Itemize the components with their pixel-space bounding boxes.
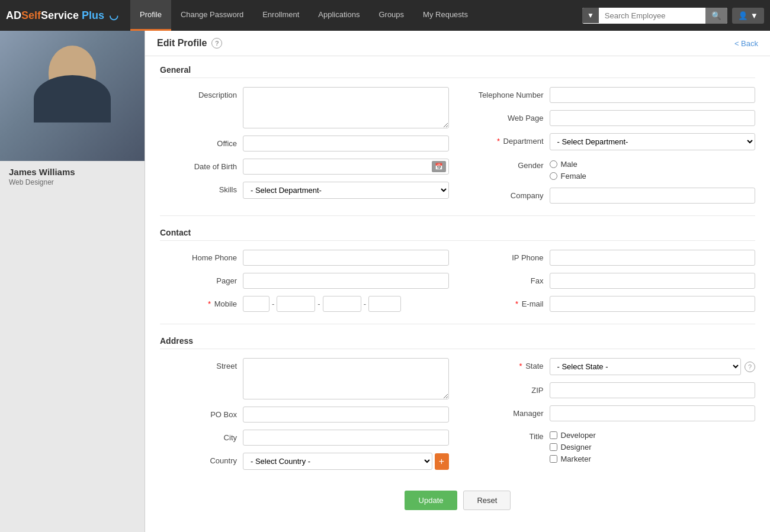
gender-female-radio[interactable]: [550, 172, 557, 180]
address-section: Address Street PO Box: [145, 327, 770, 479]
home-phone-input[interactable]: [243, 250, 449, 266]
state-label: * State: [467, 358, 544, 370]
title-developer-label: Developer: [561, 431, 596, 440]
gender-male-option[interactable]: Male: [550, 160, 586, 169]
mobile-label: * Mobile: [160, 296, 237, 308]
tab-profile[interactable]: Profile: [130, 0, 171, 31]
title-row: Title Developer Designer: [467, 428, 756, 463]
office-input[interactable]: [243, 136, 449, 151]
content-area: Edit Profile ? < Back General Descriptio…: [145, 31, 770, 532]
general-right-col: Telephone Number Web Page *: [467, 87, 756, 204]
mobile-part3-input[interactable]: [323, 296, 361, 312]
help-icon[interactable]: ?: [211, 38, 222, 49]
webpage-input[interactable]: [550, 110, 756, 126]
state-required-star: *: [519, 362, 522, 370]
po-box-input[interactable]: [243, 407, 449, 423]
zip-input[interactable]: [550, 382, 756, 398]
gender-male-radio[interactable]: [550, 160, 557, 168]
pager-row: Pager: [160, 273, 449, 289]
email-input[interactable]: [550, 296, 756, 312]
webpage-row: Web Page: [467, 110, 756, 126]
mobile-required-star: *: [208, 299, 211, 308]
telephone-input[interactable]: [550, 87, 756, 103]
country-label: Country: [160, 453, 237, 465]
gender-radio-group: Male Female: [550, 157, 586, 180]
fax-label: Fax: [467, 273, 544, 285]
mobile-part2-input[interactable]: [277, 296, 315, 312]
state-help-icon[interactable]: ?: [745, 362, 755, 372]
user-photo: [0, 31, 145, 161]
user-avatar-icon: 👤: [738, 11, 748, 20]
title-marketer-option[interactable]: Marketer: [550, 454, 596, 463]
tab-my-requests[interactable]: My Requests: [413, 0, 477, 31]
skills-select[interactable]: - Select Department- JavaScript Python D…: [243, 182, 449, 199]
search-button[interactable]: 🔍: [705, 8, 727, 24]
description-input[interactable]: [243, 87, 449, 128]
title-designer-option[interactable]: Designer: [550, 443, 596, 452]
city-input[interactable]: [243, 430, 449, 446]
address-right-col: * State - Select State - California New …: [467, 358, 756, 470]
title-developer-option[interactable]: Developer: [550, 431, 596, 440]
department-required-star: *: [497, 137, 500, 146]
mobile-part1-input[interactable]: [243, 296, 270, 312]
dob-label: Date of Birth: [160, 159, 237, 171]
update-button[interactable]: Update: [405, 491, 458, 510]
back-button[interactable]: < Back: [734, 39, 758, 48]
add-country-button[interactable]: +: [435, 453, 449, 470]
title-checkbox-group: Developer Designer Marketer: [550, 428, 596, 463]
description-label: Description: [160, 87, 237, 99]
calendar-icon[interactable]: 📅: [432, 161, 446, 172]
search-input[interactable]: [599, 8, 705, 24]
manager-label: Manager: [467, 405, 544, 418]
street-row: Street: [160, 358, 449, 399]
general-form-grid: Description Office Date of Birth: [160, 87, 755, 204]
pager-label: Pager: [160, 273, 237, 285]
country-select[interactable]: - Select Country - United States United …: [243, 453, 432, 470]
home-phone-label: Home Phone: [160, 250, 237, 262]
department-select[interactable]: - Select Department- HR IT Finance Marke…: [550, 133, 756, 150]
street-label: Street: [160, 358, 237, 370]
reset-button[interactable]: Reset: [463, 491, 511, 510]
tab-change-password[interactable]: Change Password: [171, 0, 253, 31]
section-divider-1: [160, 215, 755, 216]
tab-applications[interactable]: Applications: [309, 0, 369, 31]
search-dropdown-btn[interactable]: ▼: [582, 8, 599, 23]
ip-phone-input[interactable]: [550, 250, 756, 266]
title-designer-checkbox[interactable]: [550, 443, 557, 451]
street-input[interactable]: [243, 358, 449, 399]
company-row: Company: [467, 188, 756, 204]
telephone-row: Telephone Number: [467, 87, 756, 103]
state-select[interactable]: - Select State - California New York Tex…: [550, 358, 742, 375]
telephone-label: Telephone Number: [467, 87, 544, 99]
company-input[interactable]: [550, 188, 756, 204]
contact-left-col: Home Phone Pager * Mo: [160, 250, 449, 312]
home-phone-row: Home Phone: [160, 250, 449, 266]
po-box-row: PO Box: [160, 407, 449, 423]
tab-groups[interactable]: Groups: [369, 0, 413, 31]
city-label: City: [160, 430, 237, 442]
mobile-part4-input[interactable]: [368, 296, 401, 312]
title-marketer-checkbox[interactable]: [550, 455, 557, 463]
gender-female-label: Female: [561, 172, 586, 180]
description-row: Description: [160, 87, 449, 128]
mobile-row: * Mobile - - -: [160, 296, 449, 312]
title-developer-checkbox[interactable]: [550, 431, 557, 439]
nav-right: ▼ 🔍 👤 ▼: [582, 8, 764, 24]
title-designer-label: Designer: [561, 443, 592, 452]
address-form-grid: Street PO Box City: [160, 358, 755, 470]
section-divider-2: [160, 324, 755, 324]
search-wrapper: ▼ 🔍: [582, 8, 727, 24]
manager-input[interactable]: [550, 405, 756, 421]
zip-label: ZIP: [467, 382, 544, 395]
tab-enrollment[interactable]: Enrollment: [253, 0, 309, 31]
state-row: * State - Select State - California New …: [467, 358, 756, 375]
fax-input[interactable]: [550, 273, 756, 289]
gender-female-option[interactable]: Female: [550, 172, 586, 180]
email-row: * E-mail: [467, 296, 756, 312]
mobile-sep-2: -: [317, 299, 320, 308]
title-marketer-label: Marketer: [561, 454, 591, 463]
address-section-title: Address: [160, 336, 755, 349]
dob-input[interactable]: [243, 159, 449, 175]
user-menu-button[interactable]: 👤 ▼: [732, 8, 764, 24]
pager-input[interactable]: [243, 273, 449, 289]
